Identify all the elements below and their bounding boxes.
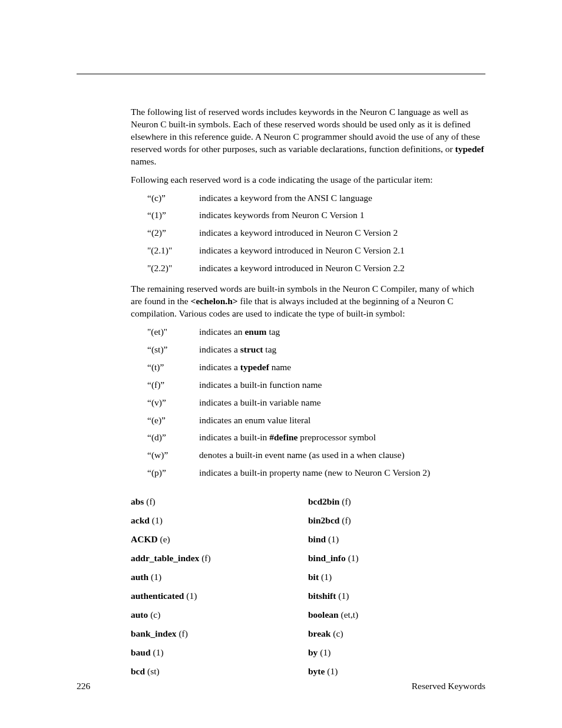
code-desc: indicates a built-in #define preprocesso…: [199, 431, 485, 444]
word: ackd: [131, 515, 150, 525]
word: auto: [131, 610, 148, 620]
word: bind_info: [308, 553, 346, 563]
code-key: “(f)”: [147, 379, 199, 391]
text: indicates a built-in: [199, 432, 269, 442]
code-desc: indicates a built-in property name (new …: [199, 467, 485, 479]
word: boolean: [308, 610, 339, 620]
word: bcd: [131, 666, 145, 676]
page-footer: 226 Reserved Keywords: [77, 680, 485, 693]
word-code: (1): [184, 591, 197, 601]
text: preprocessor symbol: [297, 432, 376, 442]
code-row: “(p)” indicates a built-in property name…: [147, 467, 485, 479]
word-entry: ackd (1): [131, 515, 308, 527]
word-entry: ACKD (e): [131, 533, 308, 546]
code-desc: denotes a built-in event name (as used i…: [199, 449, 485, 462]
code-key: “(t)”: [147, 361, 199, 374]
word: bit: [308, 572, 319, 582]
code-row: "(2.1)" indicates a keyword introduced i…: [147, 245, 485, 257]
word: break: [308, 628, 330, 638]
code-key: “(2)”: [147, 227, 199, 239]
code-row: “(st)” indicates a struct tag: [147, 344, 485, 356]
bold-text: typedef: [240, 362, 269, 372]
code-key: "(2.1)": [147, 245, 199, 257]
word: addr_table_index: [131, 553, 199, 563]
text: denotes a built-in event name (as used i…: [199, 450, 405, 460]
word-code: (c): [330, 628, 343, 638]
word: ACKD: [131, 534, 158, 544]
word-entry: bin2bcd (f): [308, 515, 485, 527]
text: tag: [263, 344, 276, 354]
word-entry: abs (f): [131, 496, 308, 508]
word: auth: [131, 572, 148, 582]
word-code: (1): [336, 591, 349, 601]
code-key: “(w)”: [147, 449, 199, 462]
text: indicates a built-in property name (new …: [199, 467, 430, 477]
intro-paragraph-2: Following each reserved word is a code i…: [131, 174, 485, 186]
code-row: “(1)” indicates keywords from Neuron C V…: [147, 209, 485, 222]
reserved-word-list: abs (f) ackd (1) ACKD (e) addr_table_ind…: [131, 496, 485, 684]
word: by: [308, 647, 318, 657]
text: indicates an enum value literal: [199, 415, 310, 425]
word-entry: bind_info (1): [308, 552, 485, 565]
bold-text: struct: [240, 344, 263, 354]
code-desc: indicates a keyword introduced in Neuron…: [199, 227, 485, 239]
word-code: (e): [158, 534, 170, 544]
footer-title: Reserved Keywords: [412, 680, 485, 693]
word-code: (1): [151, 647, 164, 657]
code-key: "(2.2)": [147, 262, 199, 275]
code-table-1: “(c)” indicates a keyword from the ANSI …: [147, 192, 485, 275]
code-desc: indicates a keyword from the ANSI C lang…: [199, 192, 485, 205]
text: indicates a built-in function name: [199, 380, 322, 390]
word: byte: [308, 666, 325, 676]
word-code: (et,t): [339, 610, 359, 620]
page-number: 226: [77, 680, 90, 693]
text: indicates a built-in variable name: [199, 397, 321, 407]
word: baud: [131, 647, 151, 657]
word-code: (1): [326, 534, 339, 544]
word-entry: addr_table_index (f): [131, 552, 308, 565]
word-code: (f): [199, 553, 210, 563]
code-desc: indicates an enum value literal: [199, 414, 485, 427]
code-key: “(st)”: [147, 344, 199, 356]
code-key: “(c)”: [147, 192, 199, 205]
code-row: “(d)” indicates a built-in #define prepr…: [147, 431, 485, 444]
word-entry: bank_index (f): [131, 628, 308, 640]
intro-paragraph-3: The remaining reserved words are built-i…: [131, 283, 485, 320]
word-entry: baud (1): [131, 647, 308, 659]
code-key: “(v)”: [147, 397, 199, 409]
filename-echelon: <echelon.h>: [191, 296, 238, 306]
code-row: “(c)” indicates a keyword from the ANSI …: [147, 192, 485, 205]
word-entry: bit (1): [308, 571, 485, 584]
word-entry: break (c): [308, 628, 485, 640]
word-code: (st): [145, 666, 160, 676]
code-table-2: "(et)" indicates an enum tag “(st)” indi…: [147, 326, 485, 479]
code-desc: indicates a struct tag: [199, 344, 485, 356]
word-code: (1): [319, 572, 332, 582]
code-desc: indicates an enum tag: [199, 326, 485, 338]
word-entry: bitshift (1): [308, 590, 485, 602]
page: The following list of reserved words inc…: [0, 0, 562, 728]
code-key: “(d)”: [147, 431, 199, 444]
word-code: (f): [339, 496, 351, 506]
word: bin2bcd: [308, 515, 339, 525]
word-column-right: bcd2bin (f) bin2bcd (f) bind (1) bind_in…: [308, 496, 485, 684]
word-entry: authenticated (1): [131, 590, 308, 602]
word-entry: bcd2bin (f): [308, 496, 485, 508]
word-entry: bind (1): [308, 533, 485, 546]
word: abs: [131, 496, 144, 506]
code-desc: indicates a keyword introduced in Neuron…: [199, 245, 485, 257]
code-desc: indicates a built-in variable name: [199, 397, 485, 409]
text: names.: [131, 156, 156, 166]
code-row: “(e)” indicates an enum value literal: [147, 414, 485, 427]
code-key: “(e)”: [147, 414, 199, 427]
code-key: “(1)”: [147, 209, 199, 222]
code-row: “(f)” indicates a built-in function name: [147, 379, 485, 391]
word-entry: bcd (st): [131, 666, 308, 678]
word-column-left: abs (f) ackd (1) ACKD (e) addr_table_ind…: [131, 496, 308, 684]
content-area: The following list of reserved words inc…: [131, 106, 485, 684]
intro-paragraph-1: The following list of reserved words inc…: [131, 106, 485, 168]
code-row: "(et)" indicates an enum tag: [147, 326, 485, 338]
word-entry: auth (1): [131, 571, 308, 584]
bold-text: enum: [244, 327, 266, 337]
code-row: "(2.2)" indicates a keyword introduced i…: [147, 262, 485, 275]
